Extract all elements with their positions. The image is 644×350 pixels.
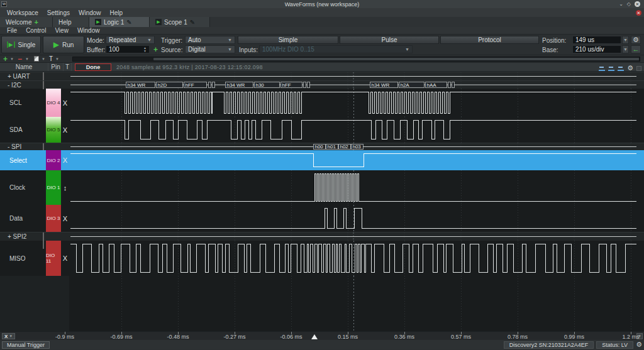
collapse-icon[interactable] xyxy=(636,66,641,71)
channel-group-row[interactable]: - SPI h00h01h02h03 xyxy=(0,143,644,150)
waveform-area[interactable] xyxy=(69,205,644,232)
channel-label[interactable]: Select xyxy=(0,150,46,170)
single-button[interactable]: ▶ Single xyxy=(1,36,41,53)
channel-label[interactable]: MISO xyxy=(0,241,46,276)
pin-badge[interactable]: DIO 3 xyxy=(46,205,61,232)
channel-label[interactable]: Data xyxy=(0,205,46,232)
group-label[interactable]: - I2C xyxy=(0,82,21,89)
trigger-condition[interactable]: X xyxy=(61,89,69,117)
tab-help[interactable]: Help xyxy=(53,17,89,27)
channel-group-row[interactable]: - I2C h34 WRh2DhFFh34 WRh30hFFh34 WRh2Ah… xyxy=(0,80,644,89)
workspace-close-icon[interactable]: ✕ xyxy=(636,10,641,16)
remove-channel-dropdown[interactable]: ▼ xyxy=(25,55,29,62)
decoder-doc-icon[interactable] xyxy=(43,73,44,80)
axis-x-button[interactable]: X▼ xyxy=(2,333,15,339)
channel-label[interactable]: Clock xyxy=(0,170,46,205)
group-label[interactable]: + UART xyxy=(0,73,30,80)
menu-window2[interactable]: Window xyxy=(73,27,104,34)
add-channel-dropdown[interactable]: ▼ xyxy=(10,55,14,62)
scrollbar-handle[interactable] xyxy=(153,58,639,60)
device-gear-icon[interactable]: ⚙ xyxy=(636,341,642,349)
channel-row[interactable]: Select DIO 2 X xyxy=(0,150,644,170)
base-input[interactable]: 210 us/div xyxy=(572,45,621,53)
tab-scope1[interactable]: ▶ Scope 1 ✎ xyxy=(150,17,210,27)
decoder-doc-icon[interactable] xyxy=(43,82,44,89)
waveform-area[interactable]: h34 WRh2DhFFh34 WRh30hFFh34 WRh2AhAA xyxy=(69,81,644,89)
text-tool-button[interactable]: T xyxy=(49,55,53,62)
channel-row[interactable]: Data DIO 3 X xyxy=(0,205,644,232)
waveform-area[interactable] xyxy=(69,89,644,117)
trigger-condition[interactable]: ↕ xyxy=(61,170,69,205)
waveform-area[interactable] xyxy=(69,241,644,276)
position-dropdown[interactable]: ▼ xyxy=(622,36,629,44)
horizontal-scrollbar[interactable] xyxy=(72,57,640,62)
base-dropdown[interactable]: ▼ xyxy=(622,45,629,53)
trigger-select[interactable]: Auto▼ xyxy=(185,36,235,44)
channel-row[interactable]: SDA DIO 5 X xyxy=(0,117,644,143)
menu-window[interactable]: Window xyxy=(74,9,106,16)
channel-group-row[interactable]: + UART xyxy=(0,72,644,80)
trigger-condition[interactable]: X xyxy=(61,241,69,276)
menu-view[interactable]: View xyxy=(50,27,73,34)
add-buffer-icon[interactable]: + xyxy=(153,45,158,54)
pin-badge[interactable]: DIO 1 xyxy=(46,170,61,205)
group-label[interactable]: - SPI xyxy=(0,143,21,150)
decoder-doc-icon[interactable] xyxy=(43,241,44,248)
channel-label[interactable]: SDA xyxy=(0,117,46,143)
mode-select[interactable]: Repeated▼ xyxy=(106,36,155,44)
menu-help[interactable]: Help xyxy=(106,9,128,16)
text-tool-dropdown[interactable]: ▼ xyxy=(55,55,59,62)
waveform-area[interactable] xyxy=(69,117,644,143)
group-label[interactable]: + SPI2 xyxy=(0,233,26,240)
waveform-area[interactable] xyxy=(69,232,644,241)
protocol-button[interactable]: Protocol xyxy=(440,36,539,44)
waveform-area[interactable] xyxy=(69,170,644,205)
tab-welcome[interactable]: Welcome + xyxy=(0,17,53,27)
add-instrument-icon[interactable]: + xyxy=(35,18,38,26)
menu-settings[interactable]: Settings xyxy=(43,9,74,16)
rename-icon[interactable]: ✎ xyxy=(126,19,131,26)
pin-badge[interactable]: DIO 5 xyxy=(46,117,61,143)
note-tool-button[interactable] xyxy=(34,55,39,62)
waveform-area[interactable] xyxy=(69,72,644,80)
maximize-icon[interactable]: ◇ xyxy=(627,1,631,7)
trigger-condition[interactable]: X xyxy=(61,205,69,232)
zoom-back-icon[interactable]: ← xyxy=(631,45,641,53)
manual-trigger-button[interactable]: Manual Trigger xyxy=(2,341,50,349)
run-button[interactable]: ▶ Run xyxy=(43,36,84,53)
measure-icon[interactable] xyxy=(608,65,614,71)
buffer-stepper[interactable]: ▲▼ xyxy=(143,46,147,53)
menu-control[interactable]: Control xyxy=(21,27,50,34)
pin-badge[interactable]: DIO 11 xyxy=(46,241,61,276)
channel-group-row[interactable]: + SPI2 xyxy=(0,232,644,241)
note-tool-dropdown[interactable]: ▼ xyxy=(42,55,45,62)
buffer-input[interactable]: 100 ▲▼ xyxy=(106,45,150,53)
pin-badge[interactable]: DIO 2 xyxy=(46,150,61,170)
pin-badge[interactable]: DIO 4 xyxy=(46,89,61,117)
simple-button[interactable]: Simple xyxy=(238,36,338,44)
menu-file[interactable]: File xyxy=(3,27,21,34)
pulse-button[interactable]: Pulse xyxy=(340,36,439,44)
waveform-area[interactable] xyxy=(69,276,644,331)
channel-label[interactable]: SCL xyxy=(0,89,46,117)
hotkeys-icon[interactable] xyxy=(599,65,605,71)
source-select[interactable]: Digital▼ xyxy=(185,45,235,53)
trigger-condition[interactable]: X xyxy=(61,117,69,143)
menu-workspace[interactable]: Workspace xyxy=(3,9,43,16)
trigger-condition[interactable]: X xyxy=(61,150,69,170)
add-channel-button[interactable]: + xyxy=(3,55,8,62)
channel-row[interactable]: SCL DIO 4 X xyxy=(0,89,644,117)
gear-icon[interactable]: ⚙ xyxy=(631,36,641,44)
minimize-icon[interactable]: ⌄ xyxy=(619,1,623,7)
remove-channel-button[interactable]: − xyxy=(18,55,22,62)
decoder-doc-icon[interactable] xyxy=(43,233,44,240)
rename-icon[interactable]: ✎ xyxy=(190,19,195,26)
waveform-area[interactable]: h00h01h02h03 xyxy=(69,143,644,150)
channel-row[interactable]: MISO DIO 11 X xyxy=(0,241,644,276)
plot-gear-icon[interactable]: ⚙ xyxy=(627,64,633,72)
close-icon[interactable]: ✕ xyxy=(635,1,640,7)
export-icon[interactable] xyxy=(618,65,624,71)
tab-logic1[interactable]: ▶ Logic 1 ✎ xyxy=(89,17,150,27)
trigger-marker-icon[interactable] xyxy=(311,334,318,339)
channel-row[interactable]: Clock DIO 1 ↕ xyxy=(0,170,644,205)
